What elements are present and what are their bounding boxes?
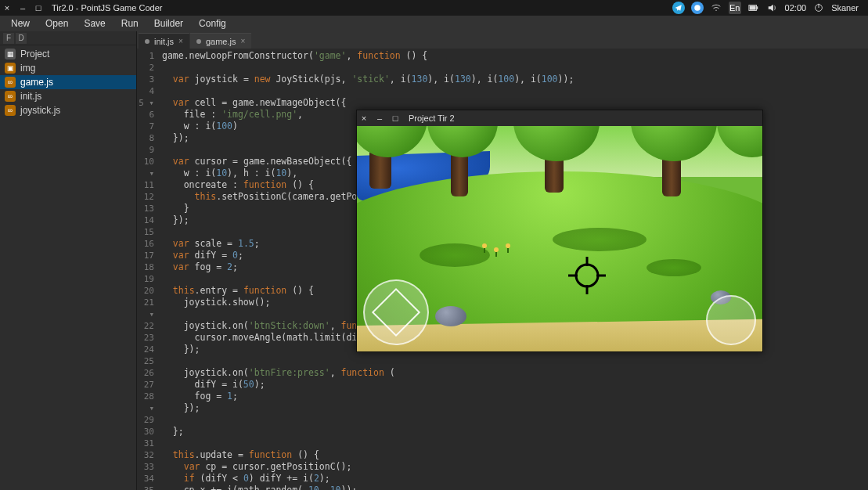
messenger-icon[interactable] <box>691 2 704 14</box>
menu-save[interactable]: Save <box>76 16 113 31</box>
scene-grass <box>553 228 646 251</box>
wifi-icon[interactable] <box>710 2 722 14</box>
tree-label: init.js <box>20 91 41 102</box>
close-icon[interactable]: × <box>3 3 11 13</box>
volume-icon[interactable] <box>766 2 779 14</box>
tree-label: img <box>20 63 35 74</box>
menu-run[interactable]: Run <box>113 16 146 31</box>
tree-item-init-js[interactable]: ∞ init.js <box>0 89 136 103</box>
menu-builder[interactable]: Builder <box>146 16 191 31</box>
joystick-dpad-icon <box>372 288 420 337</box>
app-menubar: New Open Save Run Builder Config <box>0 16 868 31</box>
tree-item-game-js[interactable]: ∞ game.js <box>0 75 136 89</box>
svg-point-0 <box>694 5 701 11</box>
game-window-titlebar[interactable]: × – □ Project Tir 2 <box>357 110 762 126</box>
tree-label: joystick.js <box>20 105 60 116</box>
scene-flower <box>482 243 487 248</box>
line-gutter: 12345 ▾678910 ▾1112131415161718192021 ▾2… <box>137 49 157 490</box>
project-icon: ▦ <box>5 49 16 59</box>
maximize-icon[interactable]: □ <box>34 3 42 13</box>
language-indicator[interactable]: En <box>729 2 741 14</box>
clock[interactable]: 02:00 <box>785 3 807 13</box>
scene-grass <box>646 259 701 276</box>
menu-open[interactable]: Open <box>38 16 76 31</box>
project-sidebar: F D ▦ Project ▣ img ∞ game.js ∞ init.js … <box>0 31 137 490</box>
folder-icon: ▣ <box>5 63 16 74</box>
tab-label: init.js <box>154 37 174 46</box>
sidebar-toggle-f[interactable]: F <box>3 33 14 44</box>
js-icon: ∞ <box>5 91 16 102</box>
tab-game-js[interactable]: game.js × <box>190 33 251 49</box>
tabstrip: init.js × game.js × <box>137 31 868 49</box>
game-canvas[interactable] <box>357 126 762 351</box>
scene-flower <box>494 247 499 252</box>
scene-flower <box>506 243 510 248</box>
power-icon[interactable] <box>812 2 825 14</box>
sidebar-toggles: F D <box>0 31 136 45</box>
tab-init-js[interactable]: init.js × <box>139 33 189 49</box>
minimize-icon[interactable]: – <box>376 113 384 123</box>
window-title: Tir2.0 - PointJS Game Coder <box>52 3 672 13</box>
joystick-stick[interactable] <box>363 279 429 345</box>
file-tree: ▦ Project ▣ img ∞ game.js ∞ init.js ∞ jo… <box>0 45 136 119</box>
crosshair-icon <box>567 255 607 296</box>
svg-rect-2 <box>749 5 755 9</box>
close-icon[interactable]: × <box>360 113 368 123</box>
svg-point-6 <box>576 265 598 286</box>
os-titlebar: × – □ Tir2.0 - PointJS Game Coder En 02:… <box>0 0 868 16</box>
system-tray: En 02:00 Skaner <box>672 2 865 14</box>
js-icon: ∞ <box>5 77 16 88</box>
close-icon[interactable]: × <box>240 37 245 45</box>
username[interactable]: Skaner <box>831 3 859 13</box>
telegram-icon[interactable] <box>672 2 685 14</box>
svg-rect-3 <box>756 6 758 9</box>
tab-label: game.js <box>206 37 236 46</box>
tab-dirty-dot <box>196 39 201 44</box>
joystick-fire-button[interactable] <box>706 295 756 345</box>
tree-item-joystick-js[interactable]: ∞ joystick.js <box>0 103 136 117</box>
menu-new[interactable]: New <box>3 16 38 31</box>
tree-item-project[interactable]: ▦ Project <box>0 47 136 61</box>
maximize-icon[interactable]: □ <box>391 113 399 123</box>
scene-grass <box>420 243 490 267</box>
tree-label: Project <box>20 49 49 59</box>
close-icon[interactable]: × <box>178 37 183 45</box>
game-window-title: Project Tir 2 <box>409 113 455 123</box>
tab-dirty-dot <box>145 39 149 44</box>
tree-item-img[interactable]: ▣ img <box>0 61 136 75</box>
sidebar-toggle-d[interactable]: D <box>16 33 27 44</box>
window-controls: × – □ <box>3 3 42 13</box>
scene-rock <box>435 306 466 326</box>
window-controls: × – □ <box>360 113 399 123</box>
game-preview-window: × – □ Project Tir 2 <box>356 110 763 352</box>
tree-label: game.js <box>20 77 53 88</box>
battery-icon[interactable] <box>747 2 760 14</box>
js-icon: ∞ <box>5 105 16 116</box>
menu-config[interactable]: Config <box>191 16 234 31</box>
minimize-icon[interactable]: – <box>19 3 27 13</box>
